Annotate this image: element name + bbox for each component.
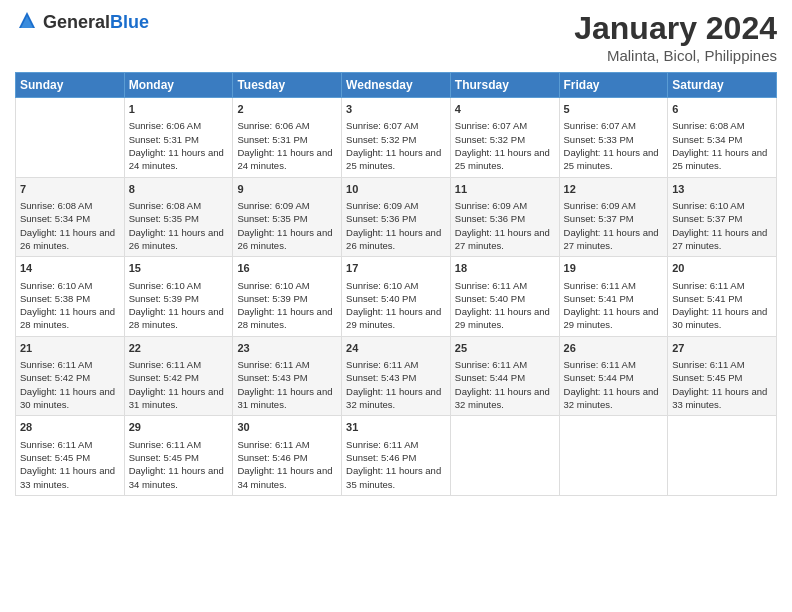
day-info: Sunrise: 6:11 AM Sunset: 5:41 PM Dayligh…: [564, 279, 664, 332]
day-number: 1: [129, 102, 229, 117]
day-info: Sunrise: 6:11 AM Sunset: 5:44 PM Dayligh…: [564, 358, 664, 411]
day-number: 14: [20, 261, 120, 276]
day-number: 3: [346, 102, 446, 117]
calendar-cell: 16Sunrise: 6:10 AM Sunset: 5:39 PM Dayli…: [233, 257, 342, 337]
calendar-cell: 19Sunrise: 6:11 AM Sunset: 5:41 PM Dayli…: [559, 257, 668, 337]
calendar-cell: 14Sunrise: 6:10 AM Sunset: 5:38 PM Dayli…: [16, 257, 125, 337]
calendar-cell: 8Sunrise: 6:08 AM Sunset: 5:35 PM Daylig…: [124, 177, 233, 257]
calendar-cell: 12Sunrise: 6:09 AM Sunset: 5:37 PM Dayli…: [559, 177, 668, 257]
calendar-cell: 5Sunrise: 6:07 AM Sunset: 5:33 PM Daylig…: [559, 98, 668, 178]
calendar-body: 1Sunrise: 6:06 AM Sunset: 5:31 PM Daylig…: [16, 98, 777, 496]
day-number: 31: [346, 420, 446, 435]
day-number: 28: [20, 420, 120, 435]
day-info: Sunrise: 6:11 AM Sunset: 5:42 PM Dayligh…: [20, 358, 120, 411]
calendar-cell: 7Sunrise: 6:08 AM Sunset: 5:34 PM Daylig…: [16, 177, 125, 257]
day-number: 7: [20, 182, 120, 197]
day-info: Sunrise: 6:10 AM Sunset: 5:39 PM Dayligh…: [129, 279, 229, 332]
day-info: Sunrise: 6:11 AM Sunset: 5:41 PM Dayligh…: [672, 279, 772, 332]
location-subtitle: Malinta, Bicol, Philippines: [574, 47, 777, 64]
title-area: January 2024 Malinta, Bicol, Philippines: [574, 10, 777, 64]
calendar-cell: 4Sunrise: 6:07 AM Sunset: 5:32 PM Daylig…: [450, 98, 559, 178]
logo-text: GeneralBlue: [43, 12, 149, 33]
day-info: Sunrise: 6:06 AM Sunset: 5:31 PM Dayligh…: [237, 119, 337, 172]
day-number: 13: [672, 182, 772, 197]
calendar-cell: [668, 416, 777, 496]
calendar-cell: 3Sunrise: 6:07 AM Sunset: 5:32 PM Daylig…: [342, 98, 451, 178]
day-info: Sunrise: 6:07 AM Sunset: 5:33 PM Dayligh…: [564, 119, 664, 172]
day-number: 18: [455, 261, 555, 276]
day-number: 10: [346, 182, 446, 197]
day-info: Sunrise: 6:11 AM Sunset: 5:42 PM Dayligh…: [129, 358, 229, 411]
calendar-cell: 17Sunrise: 6:10 AM Sunset: 5:40 PM Dayli…: [342, 257, 451, 337]
day-info: Sunrise: 6:08 AM Sunset: 5:35 PM Dayligh…: [129, 199, 229, 252]
day-info: Sunrise: 6:10 AM Sunset: 5:38 PM Dayligh…: [20, 279, 120, 332]
calendar-cell: [16, 98, 125, 178]
calendar-cell: 23Sunrise: 6:11 AM Sunset: 5:43 PM Dayli…: [233, 336, 342, 416]
month-year-title: January 2024: [574, 10, 777, 47]
day-info: Sunrise: 6:08 AM Sunset: 5:34 PM Dayligh…: [20, 199, 120, 252]
calendar-cell: 15Sunrise: 6:10 AM Sunset: 5:39 PM Dayli…: [124, 257, 233, 337]
day-info: Sunrise: 6:09 AM Sunset: 5:35 PM Dayligh…: [237, 199, 337, 252]
day-number: 27: [672, 341, 772, 356]
day-info: Sunrise: 6:11 AM Sunset: 5:46 PM Dayligh…: [237, 438, 337, 491]
calendar-cell: [559, 416, 668, 496]
day-info: Sunrise: 6:11 AM Sunset: 5:43 PM Dayligh…: [237, 358, 337, 411]
day-info: Sunrise: 6:09 AM Sunset: 5:36 PM Dayligh…: [346, 199, 446, 252]
calendar-cell: 11Sunrise: 6:09 AM Sunset: 5:36 PM Dayli…: [450, 177, 559, 257]
calendar-table: SundayMondayTuesdayWednesdayThursdayFrid…: [15, 72, 777, 496]
logo: GeneralBlue: [15, 10, 149, 34]
day-number: 29: [129, 420, 229, 435]
calendar-cell: 20Sunrise: 6:11 AM Sunset: 5:41 PM Dayli…: [668, 257, 777, 337]
logo-icon: [15, 10, 39, 34]
day-info: Sunrise: 6:11 AM Sunset: 5:46 PM Dayligh…: [346, 438, 446, 491]
calendar-cell: 25Sunrise: 6:11 AM Sunset: 5:44 PM Dayli…: [450, 336, 559, 416]
day-info: Sunrise: 6:07 AM Sunset: 5:32 PM Dayligh…: [455, 119, 555, 172]
day-number: 24: [346, 341, 446, 356]
calendar-header: SundayMondayTuesdayWednesdayThursdayFrid…: [16, 73, 777, 98]
day-number: 21: [20, 341, 120, 356]
day-number: 2: [237, 102, 337, 117]
calendar-cell: 24Sunrise: 6:11 AM Sunset: 5:43 PM Dayli…: [342, 336, 451, 416]
day-number: 4: [455, 102, 555, 117]
day-info: Sunrise: 6:09 AM Sunset: 5:36 PM Dayligh…: [455, 199, 555, 252]
day-info: Sunrise: 6:06 AM Sunset: 5:31 PM Dayligh…: [129, 119, 229, 172]
day-number: 11: [455, 182, 555, 197]
weekday-header-saturday: Saturday: [668, 73, 777, 98]
day-number: 15: [129, 261, 229, 276]
calendar-cell: 22Sunrise: 6:11 AM Sunset: 5:42 PM Dayli…: [124, 336, 233, 416]
calendar-week-row: 1Sunrise: 6:06 AM Sunset: 5:31 PM Daylig…: [16, 98, 777, 178]
calendar-week-row: 28Sunrise: 6:11 AM Sunset: 5:45 PM Dayli…: [16, 416, 777, 496]
day-number: 8: [129, 182, 229, 197]
day-info: Sunrise: 6:08 AM Sunset: 5:34 PM Dayligh…: [672, 119, 772, 172]
day-number: 22: [129, 341, 229, 356]
calendar-cell: 21Sunrise: 6:11 AM Sunset: 5:42 PM Dayli…: [16, 336, 125, 416]
day-info: Sunrise: 6:11 AM Sunset: 5:45 PM Dayligh…: [672, 358, 772, 411]
day-number: 6: [672, 102, 772, 117]
day-number: 17: [346, 261, 446, 276]
weekday-header-wednesday: Wednesday: [342, 73, 451, 98]
calendar-week-row: 21Sunrise: 6:11 AM Sunset: 5:42 PM Dayli…: [16, 336, 777, 416]
weekday-header-row: SundayMondayTuesdayWednesdayThursdayFrid…: [16, 73, 777, 98]
calendar-cell: [450, 416, 559, 496]
day-info: Sunrise: 6:10 AM Sunset: 5:37 PM Dayligh…: [672, 199, 772, 252]
weekday-header-tuesday: Tuesday: [233, 73, 342, 98]
calendar-cell: 18Sunrise: 6:11 AM Sunset: 5:40 PM Dayli…: [450, 257, 559, 337]
day-info: Sunrise: 6:10 AM Sunset: 5:39 PM Dayligh…: [237, 279, 337, 332]
weekday-header-sunday: Sunday: [16, 73, 125, 98]
weekday-header-monday: Monday: [124, 73, 233, 98]
day-info: Sunrise: 6:09 AM Sunset: 5:37 PM Dayligh…: [564, 199, 664, 252]
day-number: 26: [564, 341, 664, 356]
day-info: Sunrise: 6:11 AM Sunset: 5:45 PM Dayligh…: [129, 438, 229, 491]
day-info: Sunrise: 6:11 AM Sunset: 5:45 PM Dayligh…: [20, 438, 120, 491]
calendar-cell: 6Sunrise: 6:08 AM Sunset: 5:34 PM Daylig…: [668, 98, 777, 178]
day-number: 16: [237, 261, 337, 276]
day-number: 30: [237, 420, 337, 435]
day-number: 9: [237, 182, 337, 197]
calendar-cell: 13Sunrise: 6:10 AM Sunset: 5:37 PM Dayli…: [668, 177, 777, 257]
calendar-cell: 30Sunrise: 6:11 AM Sunset: 5:46 PM Dayli…: [233, 416, 342, 496]
day-number: 12: [564, 182, 664, 197]
header-area: GeneralBlue January 2024 Malinta, Bicol,…: [15, 10, 777, 64]
calendar-cell: 1Sunrise: 6:06 AM Sunset: 5:31 PM Daylig…: [124, 98, 233, 178]
calendar-cell: 10Sunrise: 6:09 AM Sunset: 5:36 PM Dayli…: [342, 177, 451, 257]
calendar-cell: 26Sunrise: 6:11 AM Sunset: 5:44 PM Dayli…: [559, 336, 668, 416]
